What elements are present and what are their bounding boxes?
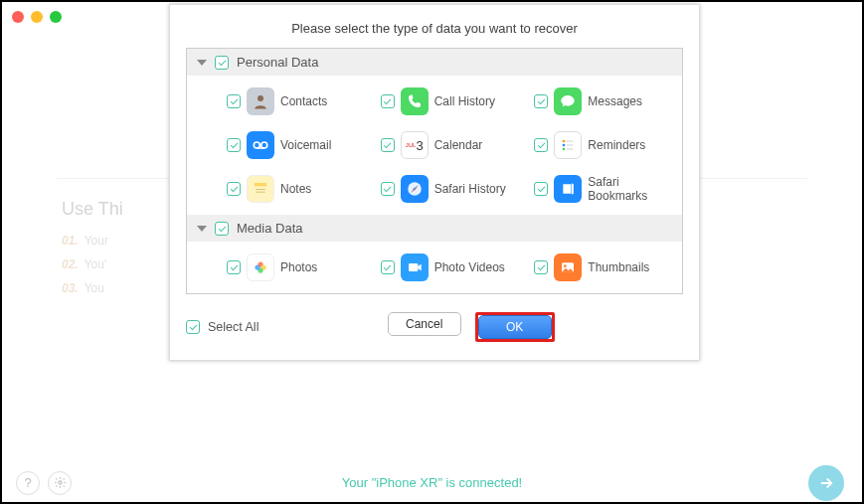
proceed-arrow-button[interactable] — [808, 465, 844, 501]
item-photo-videos[interactable]: Photo Videos — [375, 246, 529, 289]
svg-point-27 — [564, 264, 567, 267]
item-safari-bookmarks[interactable]: Safari Bookmarks — [528, 167, 682, 211]
select-all-label: Select All — [208, 320, 259, 334]
item-label: Calendar — [434, 138, 483, 152]
items-grid-media: Photos Photo Videos Thumbnails — [187, 242, 682, 293]
svg-point-24 — [255, 264, 259, 269]
svg-rect-15 — [255, 183, 266, 186]
group-checkbox[interactable] — [215, 222, 229, 236]
svg-point-9 — [563, 140, 566, 143]
item-photos[interactable]: Photos — [221, 246, 375, 289]
contacts-icon — [247, 87, 274, 115]
group-label: Personal Data — [237, 55, 318, 70]
item-messages[interactable]: Messages — [528, 80, 682, 123]
photo-videos-icon — [401, 253, 429, 281]
item-voicemail[interactable]: Voicemail — [221, 123, 375, 167]
group-header-personal[interactable]: Personal Data — [187, 49, 682, 76]
item-thumbnails[interactable]: Thumbnails — [528, 246, 682, 289]
item-checkbox[interactable] — [381, 182, 395, 196]
item-label: Notes — [280, 182, 311, 196]
item-checkbox[interactable] — [227, 260, 241, 274]
svg-point-11 — [563, 144, 566, 147]
svg-rect-25 — [409, 263, 418, 271]
item-contacts[interactable]: Contacts — [221, 80, 375, 123]
item-checkbox[interactable] — [381, 138, 395, 152]
svg-rect-10 — [567, 140, 574, 141]
help-icon[interactable]: ? — [16, 471, 40, 495]
select-all-toggle[interactable]: Select All — [186, 320, 259, 334]
select-all-checkbox[interactable] — [186, 320, 200, 334]
svg-point-7 — [254, 142, 259, 148]
message-icon — [554, 87, 582, 115]
item-label: Messages — [588, 94, 642, 108]
ok-button-highlight: OK — [475, 312, 555, 342]
item-checkbox[interactable] — [534, 182, 548, 196]
svg-point-6 — [258, 95, 263, 101]
phone-icon — [401, 87, 429, 115]
cancel-button[interactable]: Cancel — [388, 312, 461, 336]
item-checkbox[interactable] — [227, 138, 241, 152]
svg-point-13 — [563, 148, 566, 151]
group-checkbox[interactable] — [215, 56, 229, 70]
modal-body: Personal Data Contacts Call History Mess… — [186, 48, 683, 294]
svg-rect-16 — [256, 189, 264, 190]
group-header-media[interactable]: Media Data — [187, 215, 682, 242]
svg-rect-20 — [565, 188, 571, 189]
item-checkbox[interactable] — [227, 94, 241, 108]
items-grid-personal: Contacts Call History Messages Voicemail… — [187, 76, 682, 215]
gear-icon[interactable] — [48, 471, 72, 495]
item-label: Photos — [280, 260, 317, 274]
thumbnails-icon — [554, 253, 582, 281]
svg-point-5 — [58, 481, 61, 484]
svg-rect-12 — [567, 144, 574, 145]
svg-rect-17 — [256, 192, 264, 193]
calendar-icon: JUL3 — [401, 131, 429, 159]
item-label: Contacts — [280, 94, 327, 108]
reminders-icon — [554, 131, 582, 159]
item-calendar[interactable]: JUL3 Calendar — [375, 123, 529, 167]
item-label: Thumbnails — [588, 260, 649, 274]
data-type-modal: Please select the type of data you want … — [169, 4, 700, 361]
svg-rect-19 — [565, 186, 571, 187]
item-checkbox[interactable] — [227, 182, 241, 196]
item-label: Safari Bookmarks — [588, 175, 676, 203]
bookmark-icon — [554, 175, 582, 203]
modal-title: Please select the type of data you want … — [170, 5, 699, 48]
item-checkbox[interactable] — [534, 138, 548, 152]
item-label: Safari History — [434, 182, 506, 196]
chevron-down-icon — [197, 226, 207, 232]
item-notes[interactable]: Notes — [221, 167, 375, 211]
connection-status: Your "iPhone XR" is connected! — [342, 475, 522, 490]
item-label: Photo Videos — [434, 260, 505, 274]
item-call-history[interactable]: Call History — [375, 80, 529, 123]
item-checkbox[interactable] — [381, 94, 395, 108]
item-checkbox[interactable] — [534, 260, 548, 274]
notes-icon — [247, 175, 274, 203]
item-label: Call History — [434, 94, 495, 108]
svg-rect-14 — [567, 148, 574, 149]
safari-icon — [401, 175, 429, 203]
svg-point-8 — [261, 142, 267, 148]
item-label: Reminders — [588, 138, 645, 152]
voicemail-icon — [247, 131, 274, 159]
group-label: Media Data — [237, 221, 302, 236]
item-safari-history[interactable]: Safari History — [375, 167, 529, 211]
item-reminders[interactable]: Reminders — [528, 123, 682, 167]
item-checkbox[interactable] — [381, 260, 395, 274]
footer-bar: ? Your "iPhone XR" is connected! — [2, 475, 862, 490]
chevron-down-icon — [197, 60, 207, 66]
item-label: Voicemail — [280, 138, 331, 152]
item-checkbox[interactable] — [534, 94, 548, 108]
ok-button[interactable]: OK — [478, 315, 552, 339]
photos-icon — [247, 253, 274, 281]
modal-footer: Select All Cancel OK — [170, 294, 699, 360]
